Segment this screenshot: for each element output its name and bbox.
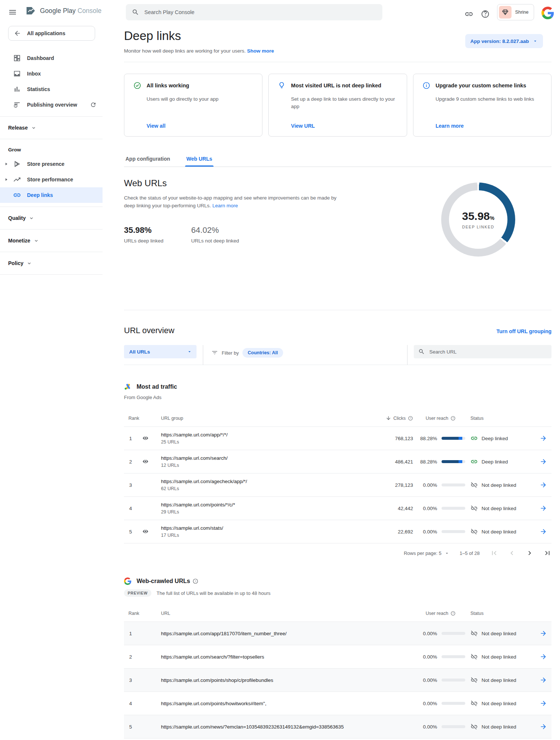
filter-toolbar: All URLs Filter by Countries: All xyxy=(124,345,551,365)
row-detail-arrow[interactable] xyxy=(535,676,551,684)
open-row-arrow-icon[interactable] xyxy=(540,528,547,535)
url-count-text: 17 URLs xyxy=(161,533,369,538)
insight-cards: All links working Users will go directly… xyxy=(124,74,551,137)
sidebar-section-monetize[interactable]: Monetize xyxy=(0,233,103,248)
open-row-arrow-icon[interactable] xyxy=(540,458,547,465)
show-more-link[interactable]: Show more xyxy=(247,48,274,54)
view-url-link[interactable]: View URL xyxy=(291,123,315,129)
status-badge: Not deep linked xyxy=(470,481,535,489)
sidebar-item-deep-links[interactable]: Deep links xyxy=(0,187,103,203)
learn-more-link[interactable]: Learn more xyxy=(212,203,238,208)
help-icon[interactable] xyxy=(481,6,490,19)
play-console-logo-icon xyxy=(25,5,36,16)
row-detail-arrow[interactable] xyxy=(535,435,551,442)
tab-web-urls[interactable]: Web URLs xyxy=(185,154,214,167)
sidebar-item-inbox[interactable]: Inbox xyxy=(0,66,103,81)
open-row-arrow-icon[interactable] xyxy=(540,700,547,707)
open-row-arrow-icon[interactable] xyxy=(540,630,547,637)
row-detail-arrow[interactable] xyxy=(535,505,551,512)
row-detail-arrow[interactable] xyxy=(535,481,551,489)
not-deep-linked-icon xyxy=(470,630,478,637)
first-page-icon[interactable] xyxy=(490,549,498,557)
open-row-arrow-icon[interactable] xyxy=(540,435,547,442)
info-circle-icon xyxy=(422,81,430,90)
open-row-arrow-icon[interactable] xyxy=(540,723,547,730)
refresh-icon[interactable] xyxy=(90,101,97,108)
svg-text:?: ? xyxy=(195,580,196,583)
link-icon[interactable] xyxy=(465,6,473,19)
url-cell: https://sample.url.com/agecheck/app/*/62… xyxy=(161,479,369,491)
store-performance-icon xyxy=(13,175,21,184)
open-row-arrow-icon[interactable] xyxy=(540,653,547,660)
eye-cell[interactable] xyxy=(142,435,161,442)
row-detail-arrow[interactable] xyxy=(535,723,551,730)
sidebar-section-policy[interactable]: Policy xyxy=(0,256,103,271)
url-cell: https://sample.url.com/app/1817070/item_… xyxy=(161,631,413,636)
sidebar-section-release[interactable]: Release xyxy=(0,120,103,135)
app-switcher[interactable]: Shrine xyxy=(497,4,534,20)
sidebar-item-publishing-overview[interactable]: Publishing overview xyxy=(0,97,103,113)
row-detail-arrow[interactable] xyxy=(535,630,551,637)
chevron-down-icon xyxy=(28,215,34,221)
tab-app-configuration[interactable]: App configuration xyxy=(124,154,172,167)
clicks-sort-header[interactable]: Clicks ? xyxy=(369,415,413,421)
url-cell: https://sample.url.com/search/12 URLs xyxy=(161,455,369,468)
rank-cell: 3 xyxy=(124,482,142,488)
dropdown-arrow-icon xyxy=(187,349,192,354)
learn-more-link[interactable]: Learn more xyxy=(436,123,464,129)
row-detail-arrow[interactable] xyxy=(535,700,551,707)
search-input[interactable] xyxy=(144,9,376,15)
caret-right-icon[interactable] xyxy=(4,161,9,167)
row-detail-arrow[interactable] xyxy=(535,653,551,660)
eye-icon[interactable] xyxy=(142,458,149,465)
google-account-icon[interactable] xyxy=(541,5,554,19)
eye-cell[interactable] xyxy=(142,458,161,465)
status-badge: Not deep linked xyxy=(470,653,535,660)
rank-cell: 5 xyxy=(124,724,161,730)
previous-page-icon[interactable] xyxy=(508,549,516,557)
next-page-icon[interactable] xyxy=(526,549,534,557)
search-url-input[interactable] xyxy=(429,349,547,355)
sidebar-item-statistics[interactable]: Statistics xyxy=(0,81,103,97)
open-row-arrow-icon[interactable] xyxy=(540,481,547,489)
last-page-icon[interactable] xyxy=(543,549,551,557)
row-detail-arrow[interactable] xyxy=(535,528,551,535)
sidebar-section-quality[interactable]: Quality xyxy=(0,211,103,225)
crawl-table-header: Rank URL User reach ? Status xyxy=(124,605,551,622)
global-search[interactable] xyxy=(126,4,382,20)
play-console-logo[interactable]: Google Play Console xyxy=(25,5,101,16)
rows-per-page-selector[interactable]: Rows per page: 5 xyxy=(404,550,449,556)
status-badge: Not deep linked xyxy=(470,676,535,684)
menu-icon[interactable] xyxy=(8,8,17,17)
sidebar-item-store-presence[interactable]: Store presence xyxy=(0,156,103,172)
eye-icon[interactable] xyxy=(142,435,149,442)
preview-note: The full list of URLs will be available … xyxy=(157,590,271,596)
user-reach-bar xyxy=(442,530,465,533)
eye-cell[interactable] xyxy=(142,528,161,535)
all-urls-dropdown[interactable]: All URLs xyxy=(124,345,197,358)
row-detail-arrow[interactable] xyxy=(535,458,551,465)
sidebar-item-store-performance[interactable]: Store performance xyxy=(0,172,103,187)
url-text: https://sample.url.com/search/?filter=to… xyxy=(161,654,413,660)
svg-text:?: ? xyxy=(410,417,411,419)
open-row-arrow-icon[interactable] xyxy=(540,505,547,512)
app-name: Shrine xyxy=(515,10,529,15)
sidebar-item-dashboard[interactable]: Dashboard xyxy=(0,50,103,66)
ad-table-header: Rank URL group Clicks ? User reach ? Sta… xyxy=(124,410,551,427)
user-reach-bar xyxy=(442,507,465,510)
app-version-selector[interactable]: App version: 8.2.027.aab xyxy=(465,34,543,48)
turn-off-url-grouping-link[interactable]: Turn off URL grouping xyxy=(496,328,551,334)
eye-icon[interactable] xyxy=(142,528,149,535)
reach-cell: 88.28% xyxy=(413,459,470,465)
all-applications-button[interactable]: All applications xyxy=(8,26,95,41)
svg-text:?: ? xyxy=(452,612,454,615)
most-ad-traffic-subtitle: From Google Ads xyxy=(124,395,551,400)
open-row-arrow-icon[interactable] xyxy=(540,676,547,684)
caret-right-icon[interactable] xyxy=(4,177,9,182)
help-icon[interactable]: ? xyxy=(192,578,198,584)
search-url-box[interactable] xyxy=(414,345,551,358)
view-all-link[interactable]: View all xyxy=(147,123,165,129)
svg-text:?: ? xyxy=(452,417,454,419)
crawl-table-row: 5https://sample.url.com/news/?emclan=103… xyxy=(124,715,551,739)
countries-filter-chip[interactable]: Countries: All xyxy=(242,348,283,358)
